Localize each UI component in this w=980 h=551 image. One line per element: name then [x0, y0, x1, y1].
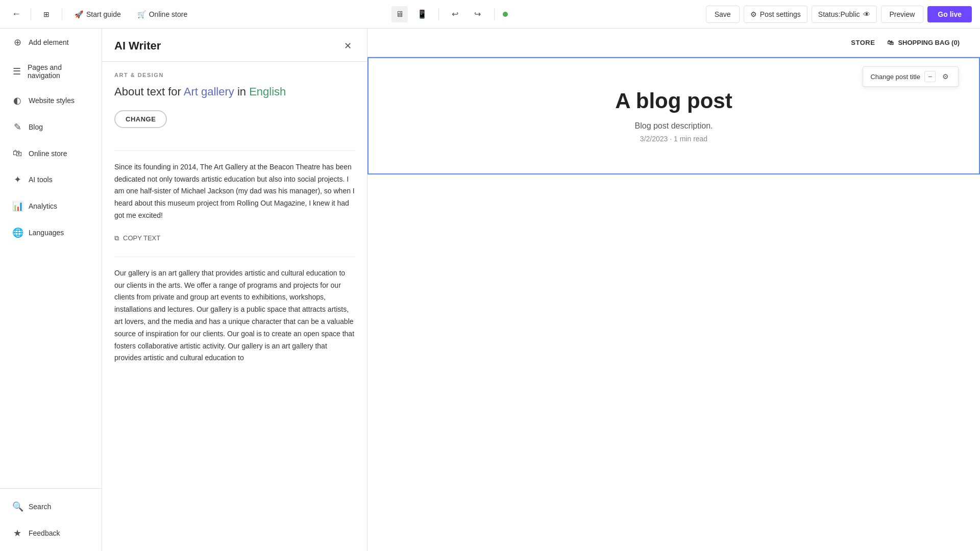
- sidebar-label-feedback: Feedback: [29, 529, 60, 537]
- panel-divider-1: [114, 151, 355, 151]
- shopping-bag[interactable]: 🛍 SHOPPING BAG (0): [887, 39, 960, 46]
- ai-tools-icon: ✦: [12, 174, 22, 185]
- analytics-icon: 📊: [12, 201, 22, 212]
- left-sidebar: ⊕ Add element ☰ Pages and navigation ◐ W…: [0, 29, 102, 551]
- panel-body: ART & DESIGN About text for Art gallery …: [102, 62, 367, 551]
- eye-icon: 👁: [863, 10, 870, 18]
- panel-divider-2: [114, 257, 355, 257]
- post-settings-button[interactable]: ⚙ Post settings: [744, 6, 807, 23]
- undo-icon: ↩: [452, 9, 458, 19]
- pages-navigation-icon: ☰: [12, 66, 21, 77]
- view-toggle-button[interactable]: ⊞: [37, 7, 56, 21]
- change-post-title-label: Change post title: [870, 73, 920, 81]
- ai-writer-panel: AI Writer ✕ ART & DESIGN About text for …: [102, 29, 368, 551]
- sidebar-label-languages: Languages: [29, 229, 64, 237]
- sidebar-item-add-element[interactable]: ⊕ Add element: [4, 30, 97, 55]
- close-panel-button[interactable]: ✕: [340, 39, 355, 53]
- back-icon: ←: [12, 9, 21, 19]
- sidebar-item-search[interactable]: 🔍 Search: [4, 494, 97, 519]
- topic-part1: About text for: [114, 85, 184, 98]
- sidebar-item-online-store[interactable]: 🛍 Online store: [4, 141, 97, 166]
- blog-icon: ✎: [12, 121, 22, 133]
- sidebar-label-ai-tools: AI tools: [29, 176, 53, 184]
- topic-part2: in: [234, 85, 249, 98]
- go-live-button[interactable]: Go live: [927, 6, 972, 22]
- cart-icon: 🛒: [137, 10, 146, 18]
- sidebar-label-pages-navigation: Pages and navigation: [28, 63, 89, 80]
- main-toolbar: ← ⊞ 🚀 Start guide 🛒 Online store 🖥 📱 ↩ ↪: [0, 0, 980, 29]
- sidebar-label-add-element: Add element: [29, 38, 69, 46]
- copy-text-button[interactable]: ⧉ COPY TEXT: [114, 230, 160, 246]
- shopping-bag-label: SHOPPING BAG (0): [898, 39, 960, 46]
- main-area: ⊕ Add element ☰ Pages and navigation ◐ W…: [0, 29, 980, 551]
- change-post-title-tooltip: Change post title − ⚙: [863, 66, 959, 87]
- store-link[interactable]: STORE: [851, 39, 875, 46]
- blog-post-title[interactable]: A blog post: [471, 89, 877, 113]
- sidebar-item-website-styles[interactable]: ◐ Website styles: [4, 88, 97, 113]
- desktop-device-button[interactable]: 🖥: [391, 6, 408, 22]
- redo-button[interactable]: ↪: [470, 6, 486, 22]
- change-topic-button[interactable]: CHANGE: [114, 110, 167, 128]
- save-button[interactable]: Save: [706, 6, 740, 23]
- blog-post-description[interactable]: Blog post description.: [471, 121, 877, 131]
- toolbar-divider-4: [494, 8, 495, 20]
- mobile-device-button[interactable]: 📱: [414, 6, 430, 22]
- add-element-icon: ⊕: [12, 37, 22, 48]
- blog-post-meta: 3/2/2023 · 1 min read: [471, 135, 877, 143]
- sidebar-label-search: Search: [29, 503, 51, 511]
- sidebar-label-online-store: Online store: [29, 149, 67, 158]
- toolbar-divider-3: [438, 8, 439, 20]
- undo-button[interactable]: ↩: [447, 6, 463, 22]
- toolbar-divider-2: [62, 8, 62, 20]
- back-button[interactable]: ←: [8, 6, 24, 22]
- generated-text-2: Our gallery is an art gallery that provi…: [114, 267, 355, 364]
- mobile-icon: 📱: [417, 9, 427, 19]
- desktop-icon: 🖥: [396, 10, 404, 19]
- sidebar-item-languages[interactable]: 🌐 Languages: [4, 220, 97, 245]
- website-styles-icon: ◐: [12, 95, 22, 106]
- topic-link2[interactable]: English: [249, 85, 286, 98]
- sidebar-item-analytics[interactable]: 📊 Analytics: [4, 193, 97, 219]
- rocket-icon: 🚀: [75, 10, 83, 18]
- topic-heading: About text for Art gallery in English: [114, 84, 355, 100]
- start-guide-button[interactable]: 🚀 Start guide: [68, 7, 127, 21]
- online-store-toolbar-button[interactable]: 🛒 Online store: [131, 7, 193, 21]
- copy-text-label: COPY TEXT: [123, 234, 160, 242]
- panel-header: AI Writer ✕: [102, 29, 367, 62]
- copy-icon: ⧉: [114, 234, 119, 242]
- panel-title: AI Writer: [114, 39, 161, 53]
- bag-icon: 🛍: [887, 39, 894, 46]
- sidebar-item-pages-navigation[interactable]: ☰ Pages and navigation: [4, 56, 97, 87]
- redo-icon: ↪: [474, 9, 481, 19]
- sidebar-item-ai-tools[interactable]: ✦ AI tools: [4, 167, 97, 192]
- status-indicator: [503, 12, 508, 17]
- languages-icon: 🌐: [12, 227, 22, 238]
- sidebar-label-website-styles: Website styles: [29, 96, 75, 105]
- settings-tooltip-button[interactable]: ⚙: [940, 71, 951, 82]
- grid-icon: ⊞: [43, 10, 50, 18]
- minimize-tooltip-button[interactable]: −: [924, 71, 936, 82]
- blog-post-section: Change post title − ⚙ A blog post Blog p…: [368, 57, 980, 174]
- store-header: STORE 🛍 SHOPPING BAG (0): [368, 29, 980, 57]
- topic-link1[interactable]: Art gallery: [184, 85, 234, 98]
- canvas-content: STORE 🛍 SHOPPING BAG (0) Change post tit…: [368, 29, 980, 551]
- category-label: ART & DESIGN: [114, 72, 355, 78]
- online-store-icon: 🛍: [12, 148, 22, 159]
- generated-text-1: Since its founding in 2014, The Art Gall…: [114, 161, 355, 222]
- sidebar-item-blog[interactable]: ✎ Blog: [4, 114, 97, 140]
- feedback-icon: ★: [12, 528, 22, 539]
- sidebar-label-blog: Blog: [29, 123, 43, 131]
- sidebar-bottom: 🔍 Search ★ Feedback: [0, 488, 102, 551]
- toolbar-divider-1: [31, 8, 31, 20]
- sidebar-label-analytics: Analytics: [29, 202, 57, 210]
- search-icon: 🔍: [12, 501, 22, 512]
- sidebar-item-feedback[interactable]: ★ Feedback: [4, 520, 97, 546]
- canvas-area: STORE 🛍 SHOPPING BAG (0) Change post tit…: [368, 29, 980, 551]
- preview-button[interactable]: Preview: [881, 6, 924, 23]
- settings-icon: ⚙: [750, 10, 757, 18]
- status-public-button[interactable]: Status:Public 👁: [812, 6, 877, 23]
